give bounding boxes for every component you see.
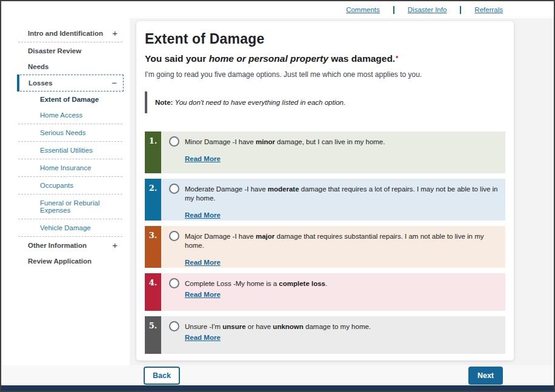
sidebar-item-label: Other Information	[28, 242, 87, 249]
radio-button-option-5[interactable]	[169, 321, 179, 331]
damage-option-1: 1. Minor Damage -I have minor damage, bu…	[145, 131, 505, 173]
app-window: Comments Disaster Info Referrals Intro a…	[0, 0, 555, 392]
sidebar: Intro and Identification + Disaster Revi…	[1, 18, 130, 367]
required-asterisk: *	[396, 55, 398, 62]
damage-options-list: 1. Minor Damage -I have minor damage, bu…	[145, 131, 505, 354]
sidebar-subitem-label: Occupants	[40, 182, 73, 189]
sidebar-item-review-application[interactable]: Review Application	[17, 253, 124, 269]
expand-toggle-icon[interactable]: +	[112, 242, 118, 248]
sidebar-subitem-label: Home Insurance	[40, 164, 91, 171]
sidebar-subitem-label: Serious Needs	[40, 129, 85, 136]
note-text: You don't need to have everything listed…	[175, 99, 346, 106]
sidebar-nav-list: Intro and Identification + Disaster Revi…	[17, 25, 124, 269]
sidebar-subitem-home-insurance[interactable]: Home Insurance	[17, 160, 124, 176]
sidebar-subitem-label: Essential Utilities	[40, 147, 93, 154]
sidebar-item-label: Intro and Identification	[28, 30, 103, 37]
option-label: Moderate Damage -I have moderate damage …	[185, 185, 498, 203]
sidebar-subitem-label: Funeral or Reburial Expenses	[40, 199, 99, 214]
sidebar-subitem-occupants[interactable]: Occupants	[17, 178, 124, 193]
top-bar: Comments Disaster Info Referrals	[1, 1, 554, 18]
option-label: Unsure -I'm unsure or have unknown damag…	[185, 322, 371, 331]
sidebar-item-label: Disaster Review	[28, 47, 81, 55]
sidebar-subitem-label: Home Access	[40, 111, 82, 119]
sidebar-divider	[18, 236, 122, 237]
sidebar-item-label: Needs	[28, 63, 49, 70]
option-number: 3.	[145, 226, 161, 268]
damage-option-2: 2. Moderate Damage -I have moderate dama…	[145, 179, 505, 221]
read-more-link-3[interactable]: Read More	[185, 259, 221, 266]
question-text: You said your home or personal property …	[145, 53, 505, 64]
option-number: 4.	[145, 273, 161, 311]
sidebar-item-label: Losses	[28, 79, 53, 87]
sidebar-subitem-vehicle-damage[interactable]: Vehicle Damage	[17, 220, 124, 236]
helper-text: I'm going to read you five damage option…	[145, 70, 505, 79]
question-emphasis: home or personal property	[209, 53, 328, 64]
sidebar-item-label: Review Application	[28, 257, 91, 265]
radio-button-option-3[interactable]	[169, 231, 179, 241]
option-label: Complete Loss -My home is a complete los…	[185, 279, 327, 288]
damage-option-3: 3. Major Damage -I have major damage tha…	[145, 226, 505, 268]
sidebar-divider	[18, 159, 122, 159]
sidebar-divider	[18, 42, 122, 42]
expand-toggle-icon[interactable]: −	[111, 80, 117, 86]
option-body: Moderate Damage -I have moderate damage …	[161, 179, 505, 221]
sidebar-subitem-serious-needs[interactable]: Serious Needs	[17, 125, 124, 141]
option-body: Unsure -I'm unsure or have unknown damag…	[161, 316, 505, 354]
option-body: Minor Damage -I have minor damage, but I…	[161, 131, 505, 173]
option-body: Major Damage -I have major damage that r…	[161, 226, 505, 268]
nav-link-referrals[interactable]: Referrals	[474, 6, 503, 13]
damage-option-5: 5. Unsure -I'm unsure or have unknown da…	[145, 316, 505, 354]
sidebar-subitem-funeral-or-reburial-expenses[interactable]: Funeral or Reburial Expenses	[17, 195, 124, 218]
sidebar-item-losses[interactable]: Losses −	[17, 75, 124, 91]
sidebar-subitem-extent-of-damage[interactable]: Extent of Damage	[17, 91, 124, 107]
sidebar-divider	[18, 194, 122, 194]
option-label: Major Damage -I have major damage that r…	[185, 232, 498, 250]
page-title: Extent of Damage	[145, 31, 505, 47]
top-navigation: Comments Disaster Info Referrals	[346, 1, 503, 18]
sidebar-subitem-essential-utilities[interactable]: Essential Utilities	[17, 142, 124, 158]
sidebar-divider	[18, 176, 122, 177]
nav-separator	[460, 6, 461, 14]
nav-link-comments[interactable]: Comments	[346, 6, 380, 13]
read-more-link-2[interactable]: Read More	[185, 211, 221, 219]
back-button[interactable]: Back	[144, 367, 180, 385]
nav-link-disaster-info[interactable]: Disaster Info	[408, 6, 447, 13]
note-callout: Note: You don't need to have everything …	[145, 91, 505, 113]
sidebar-divider	[18, 124, 122, 124]
option-label: Minor Damage -I have minor damage, but I…	[185, 138, 385, 147]
read-more-link-5[interactable]: Read More	[185, 334, 221, 341]
sidebar-item-disaster-review[interactable]: Disaster Review	[17, 43, 124, 59]
option-body: Complete Loss -My home is a complete los…	[161, 273, 505, 311]
radio-button-option-1[interactable]	[169, 136, 179, 147]
option-number: 5.	[145, 316, 161, 354]
form-card: Extent of Damage You said your home or p…	[136, 21, 514, 360]
sidebar-item-needs[interactable]: Needs	[17, 59, 124, 75]
expand-toggle-icon[interactable]: +	[112, 30, 118, 36]
next-button[interactable]: Next	[468, 367, 503, 385]
note-label: Note:	[155, 99, 173, 106]
footer-bar	[1, 385, 554, 391]
sidebar-item-other-information[interactable]: Other Information +	[17, 238, 124, 253]
damage-option-4: 4. Complete Loss -My home is a complete …	[145, 273, 505, 311]
sidebar-divider	[18, 219, 122, 219]
option-number: 1.	[145, 131, 161, 173]
sidebar-subitem-home-access[interactable]: Home Access	[17, 107, 124, 123]
sidebar-subitem-label: Vehicle Damage	[40, 224, 91, 231]
question-prefix: You said your	[145, 53, 209, 64]
read-more-link-4[interactable]: Read More	[185, 291, 221, 298]
option-number: 2.	[145, 179, 161, 221]
radio-button-option-2[interactable]	[169, 184, 179, 194]
sidebar-subitem-label: Extent of Damage	[40, 96, 99, 103]
radio-button-option-4[interactable]	[169, 278, 179, 288]
read-more-link-1[interactable]: Read More	[185, 155, 221, 162]
nav-separator	[393, 6, 394, 14]
question-suffix: was damaged.	[328, 53, 395, 64]
sidebar-item-intro-and-identification[interactable]: Intro and Identification +	[17, 25, 124, 41]
sidebar-divider	[18, 141, 122, 142]
form-navigation: Back Next	[144, 365, 503, 385]
